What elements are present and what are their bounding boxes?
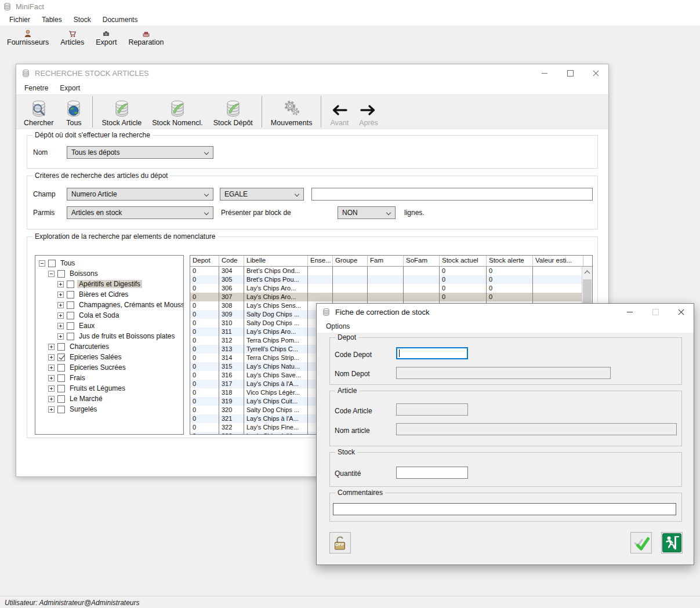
- win-minimize-button[interactable]: [532, 64, 557, 82]
- tree-item[interactable]: Bières et Cidres: [35, 289, 183, 300]
- dlg-minimize-button[interactable]: [617, 304, 643, 320]
- tree-checkbox[interactable]: [67, 301, 74, 309]
- plus-expander-icon[interactable]: [57, 292, 64, 298]
- plus-expander-icon[interactable]: [57, 323, 64, 329]
- plus-expander-icon[interactable]: [48, 375, 55, 381]
- win-maximize-button[interactable]: [557, 64, 583, 82]
- mouvements-button[interactable]: Mouvements: [266, 95, 318, 129]
- export-button[interactable]: Export: [90, 26, 122, 49]
- minus-expander-icon[interactable]: [48, 271, 55, 277]
- stock-article-button[interactable]: Stock Article: [96, 95, 147, 129]
- win-close-button[interactable]: [583, 64, 608, 82]
- quantite-input[interactable]: [396, 467, 468, 479]
- code-depot-input[interactable]: [396, 347, 468, 359]
- tree-checkbox[interactable]: [67, 322, 74, 330]
- fournisseurs-button[interactable]: Fournisseurs: [1, 26, 55, 49]
- menu-stock[interactable]: Stock: [68, 16, 97, 24]
- search-window-titlebar[interactable]: RECHERCHE STOCK ARTICLES: [16, 64, 608, 82]
- tree-item[interactable]: Tous: [35, 258, 183, 268]
- column-header[interactable]: Depot: [190, 256, 219, 266]
- tree-item[interactable]: Boissons: [35, 268, 183, 279]
- articles-button[interactable]: Articles: [55, 26, 90, 49]
- tree-item[interactable]: Eaux: [35, 321, 183, 331]
- tree-item[interactable]: Epiceries Sucrées: [35, 362, 183, 373]
- menu-fenetre[interactable]: Fenetre: [19, 84, 54, 92]
- tree-item[interactable]: Cola et Soda: [35, 310, 183, 321]
- validate-button[interactable]: [630, 532, 652, 554]
- dlg-close-button[interactable]: [668, 304, 694, 320]
- apres-button[interactable]: Après: [354, 95, 383, 129]
- tree-checkbox[interactable]: [57, 354, 65, 361]
- avant-button[interactable]: Avant: [325, 95, 354, 129]
- plus-expander-icon[interactable]: [48, 396, 55, 402]
- dialog-titlebar[interactable]: Fiche de correction de stock: [317, 304, 694, 320]
- tree-item[interactable]: Jus de fruits et Boissons plates: [35, 331, 183, 341]
- column-header[interactable]: Libelle: [244, 256, 308, 266]
- exit-button[interactable]: [661, 532, 683, 554]
- search-value-input[interactable]: [311, 188, 593, 201]
- column-header[interactable]: Stock actuel: [440, 256, 487, 266]
- commentaires-input[interactable]: [333, 503, 676, 515]
- menu-tables[interactable]: Tables: [36, 16, 68, 24]
- tree-item[interactable]: Fruits et Légumes: [35, 383, 183, 394]
- plus-expander-icon[interactable]: [48, 385, 55, 392]
- depot-select[interactable]: Tous les dépots: [67, 146, 213, 159]
- plus-expander-icon[interactable]: [57, 333, 64, 340]
- tree-checkbox[interactable]: [57, 374, 65, 382]
- column-header[interactable]: Ense...: [308, 256, 333, 266]
- tree-checkbox[interactable]: [67, 333, 74, 340]
- menu-documents[interactable]: Documents: [97, 16, 144, 24]
- stock-nomencl-button[interactable]: Stock Nomencl.: [147, 95, 208, 129]
- lock-toggle-button[interactable]: OFF: [329, 532, 351, 554]
- table-row[interactable]: 0305Bret's Chips Pou...00: [190, 275, 582, 284]
- stock-depot-button[interactable]: Stock Dépôt: [208, 95, 258, 129]
- tree-item[interactable]: Champagnes, Crémants et Mouss...: [35, 300, 183, 310]
- tree-checkbox[interactable]: [67, 291, 74, 298]
- reparation-button[interactable]: Reparation: [122, 26, 169, 49]
- menu-options[interactable]: Options: [319, 322, 356, 330]
- column-header[interactable]: SoFam: [404, 256, 440, 266]
- table-row[interactable]: 0306Lay's Chips Aro...00: [190, 284, 582, 293]
- tree-item[interactable]: Epiceries Salées: [35, 352, 183, 362]
- column-header[interactable]: Stock alerte: [487, 256, 533, 266]
- table-row[interactable]: 0304Bret's Chips Ond...00: [190, 267, 582, 275]
- tree-item[interactable]: Apéritifs et Digestifs: [35, 279, 183, 289]
- plus-expander-icon[interactable]: [57, 302, 64, 308]
- operator-select[interactable]: EGALE: [220, 188, 304, 201]
- tree-checkbox[interactable]: [57, 385, 65, 392]
- column-header[interactable]: Fam: [368, 256, 404, 266]
- tree-item[interactable]: Le Marché: [35, 394, 183, 404]
- tree-checkbox[interactable]: [57, 364, 65, 372]
- parmis-select[interactable]: Articles en stock: [67, 206, 213, 219]
- chercher-button[interactable]: Chercher: [19, 95, 59, 129]
- nomenclature-tree[interactable]: TousBoissonsApéritifs et DigestifsBières…: [35, 255, 184, 435]
- tree-checkbox[interactable]: [57, 270, 65, 278]
- column-header[interactable]: Valeur esti...: [533, 256, 583, 266]
- tree-checkbox[interactable]: [57, 395, 65, 403]
- scroll-thumb[interactable]: [583, 279, 592, 304]
- tree-checkbox[interactable]: [67, 312, 74, 319]
- scroll-up-icon[interactable]: [585, 271, 590, 276]
- table-row[interactable]: 0307Lay's Chips Aro...00: [190, 293, 582, 301]
- column-header[interactable]: Code: [219, 256, 244, 266]
- tree-item[interactable]: Charcuteries: [35, 341, 183, 352]
- plus-expander-icon[interactable]: [48, 344, 55, 350]
- champ-select[interactable]: Numero Article: [67, 188, 213, 201]
- plus-expander-icon[interactable]: [48, 365, 55, 371]
- menu-fichier[interactable]: Fichier: [3, 16, 36, 24]
- tree-checkbox[interactable]: [67, 281, 74, 288]
- menu-export[interactable]: Export: [54, 84, 86, 92]
- tree-item[interactable]: Frais: [35, 373, 183, 383]
- plus-expander-icon[interactable]: [57, 281, 64, 287]
- tree-checkbox[interactable]: [48, 260, 56, 267]
- plus-expander-icon[interactable]: [48, 406, 55, 413]
- tous-button[interactable]: Tous: [59, 95, 89, 129]
- plus-expander-icon[interactable]: [57, 312, 64, 319]
- plus-expander-icon[interactable]: [48, 354, 55, 361]
- block-select[interactable]: NON: [338, 206, 396, 219]
- tree-checkbox[interactable]: [57, 343, 65, 351]
- minus-expander-icon[interactable]: [39, 260, 45, 267]
- column-header[interactable]: Groupe: [333, 256, 368, 266]
- tree-item[interactable]: Surgelés: [35, 404, 183, 414]
- tree-checkbox[interactable]: [57, 406, 65, 413]
